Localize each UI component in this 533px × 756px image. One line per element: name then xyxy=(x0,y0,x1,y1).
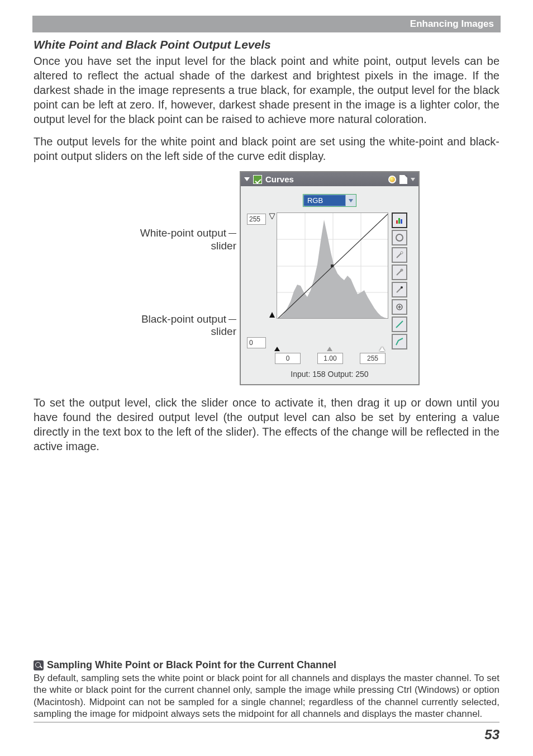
panel-title-text: Curves xyxy=(265,174,294,184)
histogram-tool-button[interactable] xyxy=(392,212,407,228)
header-section: Enhancing Images xyxy=(410,18,494,30)
curve-tool-2-button[interactable] xyxy=(392,334,407,349)
svg-rect-11 xyxy=(401,219,402,224)
label-white-line1: White-point output xyxy=(140,227,226,239)
svg-rect-9 xyxy=(396,220,398,224)
output-min-field[interactable]: 0 xyxy=(247,337,266,348)
header-bar: Enhancing Images xyxy=(32,16,501,32)
label-black-line1: Black-point output xyxy=(141,313,226,325)
note-body: By default, sampling sets the white poin… xyxy=(34,672,499,722)
status-icon xyxy=(388,176,396,183)
channel-label: RGB xyxy=(303,195,346,206)
figure-labels: White-point output slider Black-point ou… xyxy=(113,171,236,338)
curve-tool-1-button[interactable] xyxy=(392,316,407,332)
menu-icon[interactable] xyxy=(411,178,415,181)
black-eyedropper-button[interactable] xyxy=(392,282,407,297)
label-black-line2: slider xyxy=(211,325,236,337)
label-white-line2: slider xyxy=(211,240,236,252)
chevron-down-icon xyxy=(349,199,353,202)
output-max-field[interactable]: 255 xyxy=(247,214,266,225)
curves-figure: White-point output slider Black-point ou… xyxy=(34,171,499,385)
black-point-output-slider[interactable] xyxy=(269,312,275,318)
white-point-input-slider[interactable] xyxy=(379,347,385,351)
enable-checkbox-icon[interactable] xyxy=(253,175,262,184)
channel-dropdown-button[interactable] xyxy=(346,195,356,206)
tool-column xyxy=(392,212,408,349)
page-icon[interactable] xyxy=(399,175,407,184)
svg-point-14 xyxy=(401,252,403,254)
input-slider-track xyxy=(273,347,385,352)
midpoint-input-slider[interactable] xyxy=(327,347,332,351)
panel-titlebar[interactable]: Curves xyxy=(241,172,418,186)
readout-text: Input: 158 Output: 250 xyxy=(245,370,414,379)
svg-rect-10 xyxy=(398,218,400,224)
input-mid-field[interactable]: 1.00 xyxy=(317,353,343,364)
note-title: Sampling White Point or Black Point for … xyxy=(47,659,336,671)
radial-tool-button[interactable] xyxy=(392,230,407,245)
output-slider-track xyxy=(268,212,277,349)
svg-rect-8 xyxy=(331,264,334,267)
gray-eyedropper-button[interactable] xyxy=(392,264,407,280)
add-point-button[interactable] xyxy=(392,299,407,315)
black-point-input-slider[interactable] xyxy=(274,347,280,351)
svg-point-18 xyxy=(401,286,403,289)
magnifier-icon xyxy=(34,660,44,670)
note-block: Sampling White Point or Black Point for … xyxy=(34,659,499,722)
paragraph-3: To set the output level, click the slide… xyxy=(34,395,499,453)
input-max-field[interactable]: 255 xyxy=(360,353,386,364)
white-eyedropper-button[interactable] xyxy=(392,247,407,263)
curves-panel: Curves RGB xyxy=(240,171,420,385)
paragraph-1: Once you have set the input level for th… xyxy=(34,54,499,126)
paragraph-2: The output levels for the white point an… xyxy=(34,134,499,163)
white-point-output-slider[interactable] xyxy=(269,214,275,219)
curve-histogram[interactable] xyxy=(277,212,388,319)
channel-select[interactable]: RGB xyxy=(303,194,356,207)
collapse-icon[interactable] xyxy=(244,177,250,181)
page-number: 53 xyxy=(484,727,499,743)
svg-point-12 xyxy=(396,234,403,241)
section-title: White Point and Black Point Output Level… xyxy=(34,38,499,51)
svg-point-16 xyxy=(401,269,403,271)
input-min-field[interactable]: 0 xyxy=(275,353,301,364)
